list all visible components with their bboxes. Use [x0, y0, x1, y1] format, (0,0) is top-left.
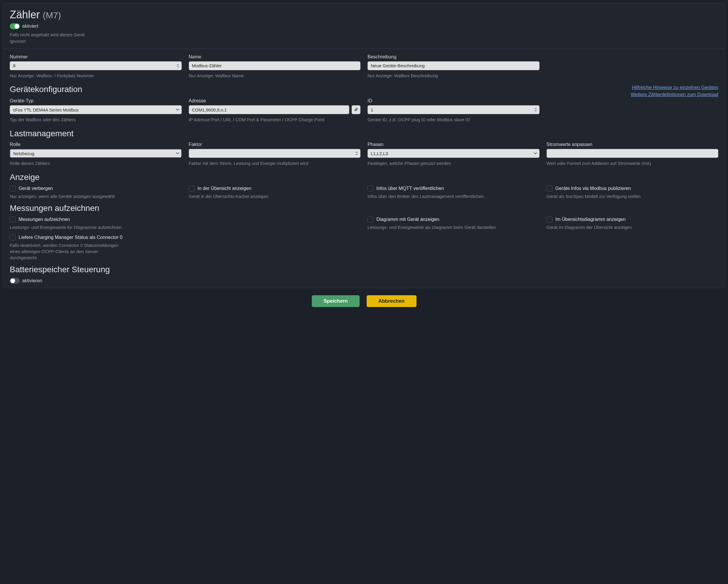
battery-heading: Batteriespeicher Steuerung — [10, 265, 718, 274]
adjust-help: Wert oder Formel zum Addieren auf Stromw… — [547, 160, 719, 167]
overview-diagram-label: Im Übersichtsdiagramm anzeigen — [555, 217, 626, 222]
role-label: Rolle — [10, 142, 182, 147]
factor-help: Faktor mit dem Strom, Leistung und Energ… — [189, 160, 361, 167]
device-type-label: Geräte-Typ — [10, 98, 182, 104]
hints-link[interactable]: Hilfreiche Hinweise zu einzelnen Geräten — [631, 84, 718, 91]
role-help: Rolle dieses Zählers — [10, 160, 182, 167]
number-input[interactable] — [10, 61, 182, 70]
factor-label: Faktor — [189, 142, 361, 147]
connector0-help: Falls deaktiviert, werden Connector 0 St… — [10, 242, 122, 261]
number-label: Nummer — [10, 54, 182, 59]
address-help: IP Adresse:Port / URL / COM Port & Param… — [189, 116, 361, 123]
role-select[interactable]: Netzbezug — [10, 149, 182, 158]
page-title: Zähler (M7) — [10, 8, 718, 21]
mqtt-publish-label: Infos über MQTT veröffentlichen — [376, 186, 444, 191]
hide-device-checkbox[interactable] — [10, 186, 16, 191]
title-subtitle: (M7) — [43, 10, 61, 20]
overview-show-label: In der Übersicht anzeigen — [198, 186, 251, 191]
title-text: Zähler — [10, 8, 40, 21]
cancel-button[interactable]: Abbrechen — [367, 295, 416, 307]
mqtt-publish-help: Infos über den Broker des Lastmanagement… — [367, 193, 540, 200]
address-input[interactable] — [189, 105, 349, 114]
overview-diagram-checkbox[interactable] — [547, 216, 552, 222]
mqtt-publish-checkbox[interactable] — [367, 186, 373, 191]
id-label: ID — [367, 98, 540, 104]
modbus-publish-checkbox[interactable] — [547, 186, 552, 191]
phases-help: Festlegen, welche Phasen genutzt werden — [367, 160, 540, 167]
battery-enable-toggle[interactable] — [10, 278, 20, 284]
record-help: Leistungs- und Energiewerte für Diagramm… — [10, 224, 182, 230]
attach-button[interactable] — [352, 105, 361, 114]
overview-diagram-help: Gerät im Diagramm der Übersicht anzeigen — [547, 224, 719, 230]
connector0-label: Liefere Charging Manager Status als Conn… — [19, 235, 123, 240]
definitions-link[interactable]: Weitere Zählerdefinitionen zum Download — [631, 91, 718, 98]
description-help: Nur Anzeige: Wallbox Beschreibung — [367, 73, 540, 79]
divider — [3, 49, 725, 49]
overview-show-checkbox[interactable] — [189, 186, 195, 191]
factor-input[interactable] — [189, 149, 361, 158]
paperclip-icon — [354, 107, 358, 112]
enabled-toggle[interactable] — [10, 23, 20, 29]
name-help: Nur Anzeige: Wallbox Name — [189, 73, 361, 79]
display-heading: Anzeige — [10, 172, 718, 182]
record-label: Messungen aufzeichnen — [19, 217, 70, 222]
save-button[interactable]: Speichern — [312, 295, 360, 307]
phases-label: Phasen — [367, 142, 540, 147]
modbus-publish-label: Geräte Infos via Modbus publizieren — [555, 186, 631, 191]
battery-enable-label: aktivieren — [22, 278, 42, 284]
device-settings-panel: Zähler (M7) aktiviert Falls nicht angeha… — [3, 3, 725, 288]
title-row: Zähler (M7) — [10, 8, 718, 21]
name-input[interactable] — [189, 61, 361, 70]
hide-device-help: Nur anzeigen, wenn alle Geräte anzeigen … — [10, 193, 182, 200]
diagram-help: Leistungs- und Energiewerte als Diagramm… — [367, 224, 540, 230]
description-input[interactable] — [367, 61, 540, 70]
enabled-help: Falls nicht angehakt wird dieses Gerät i… — [10, 31, 86, 45]
diagram-checkbox[interactable] — [367, 216, 373, 222]
modbus-publish-help: Gerät als SunSpec Modell zur Verfügung s… — [547, 193, 719, 200]
id-help: Geräte ID, z.B. OCPP plug ID oder Modbus… — [367, 116, 540, 123]
load-mgmt-heading: Lastmanagement — [10, 129, 718, 138]
description-label: Beschreibung — [367, 54, 540, 59]
adjust-label: Stromwerte anpassen — [547, 142, 719, 147]
record-checkbox[interactable] — [10, 216, 16, 222]
name-label: Name — [189, 54, 361, 59]
connector0-checkbox[interactable] — [10, 235, 16, 240]
enabled-label: aktiviert — [22, 24, 38, 29]
phases-select[interactable]: L1,L2,L3 — [367, 149, 540, 158]
device-type-help: Typ der Wallbox oder des Zählers — [10, 116, 182, 123]
record-heading: Messungen aufzeichnen — [10, 204, 718, 213]
number-help: Nur Anzeige: Wallbox- / Parkplatz-Nummer — [10, 73, 182, 79]
hide-device-label: Gerät verbergen — [19, 186, 53, 191]
device-config-heading: Gerätekonfiguration — [10, 85, 82, 94]
overview-show-help: Gerät in der Übersichts-Kachel anzeigen — [189, 193, 361, 200]
device-type-select[interactable]: cFos YTL DEM4A Series Modbus — [10, 105, 182, 114]
address-label: Adresse — [189, 98, 361, 104]
adjust-input[interactable] — [547, 149, 719, 158]
id-input[interactable] — [367, 105, 540, 114]
diagram-label: Diagramm mit Gerät anzeigen — [376, 217, 439, 222]
footer-actions: Speichern Abbrechen — [0, 291, 728, 313]
